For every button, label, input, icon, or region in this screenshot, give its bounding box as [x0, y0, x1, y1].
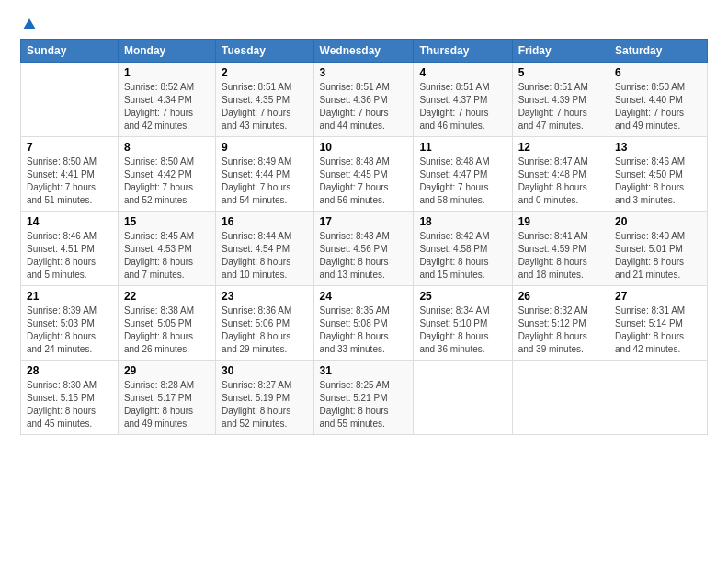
table-cell: 1Sunrise: 8:52 AMSunset: 4:34 PMDaylight…: [118, 63, 215, 137]
day-info: Sunrise: 8:25 AMSunset: 5:21 PMDaylight:…: [320, 379, 408, 431]
day-number: 29: [124, 364, 210, 377]
day-info: Sunrise: 8:42 AMSunset: 4:58 PMDaylight:…: [419, 230, 506, 282]
day-number: 13: [615, 141, 701, 154]
col-wednesday: Wednesday: [313, 40, 414, 63]
day-number: 23: [222, 290, 307, 303]
day-number: 16: [222, 215, 307, 228]
day-number: 9: [222, 141, 307, 154]
table-cell: 21Sunrise: 8:39 AMSunset: 5:03 PMDayligh…: [21, 286, 119, 361]
day-info: Sunrise: 8:40 AMSunset: 5:01 PMDaylight:…: [615, 230, 701, 282]
day-number: 21: [27, 290, 112, 303]
day-number: 1: [124, 66, 210, 79]
table-cell: 30Sunrise: 8:27 AMSunset: 5:19 PMDayligh…: [216, 361, 313, 435]
svg-marker-0: [23, 18, 36, 29]
table-cell: 19Sunrise: 8:41 AMSunset: 4:59 PMDayligh…: [512, 212, 609, 286]
day-info: Sunrise: 8:41 AMSunset: 4:59 PMDaylight:…: [518, 230, 603, 282]
table-cell: 23Sunrise: 8:36 AMSunset: 5:06 PMDayligh…: [216, 286, 313, 361]
table-cell: 25Sunrise: 8:34 AMSunset: 5:10 PMDayligh…: [414, 286, 512, 361]
day-number: 8: [124, 141, 210, 154]
table-cell: 26Sunrise: 8:32 AMSunset: 5:12 PMDayligh…: [512, 286, 609, 361]
day-info: Sunrise: 8:52 AMSunset: 4:34 PMDaylight:…: [124, 81, 210, 132]
day-number: 3: [320, 66, 408, 79]
calendar-week-row: 28Sunrise: 8:30 AMSunset: 5:15 PMDayligh…: [21, 361, 708, 435]
table-cell: 20Sunrise: 8:40 AMSunset: 5:01 PMDayligh…: [609, 212, 708, 286]
col-thursday: Thursday: [414, 40, 512, 63]
day-number: 18: [419, 215, 506, 228]
day-info: Sunrise: 8:50 AMSunset: 4:42 PMDaylight:…: [124, 155, 210, 207]
table-cell: 16Sunrise: 8:44 AMSunset: 4:54 PMDayligh…: [216, 212, 313, 286]
col-monday: Monday: [118, 40, 215, 63]
header: [20, 17, 708, 33]
day-number: 6: [615, 66, 701, 79]
day-number: 30: [222, 364, 307, 377]
day-number: 25: [419, 290, 506, 303]
col-friday: Friday: [512, 40, 609, 63]
table-cell: 12Sunrise: 8:47 AMSunset: 4:48 PMDayligh…: [512, 137, 609, 212]
day-info: Sunrise: 8:34 AMSunset: 5:10 PMDaylight:…: [419, 304, 506, 356]
day-info: Sunrise: 8:46 AMSunset: 4:50 PMDaylight:…: [615, 155, 701, 207]
day-number: 26: [518, 290, 603, 303]
table-cell: 28Sunrise: 8:30 AMSunset: 5:15 PMDayligh…: [21, 361, 119, 435]
logo: [20, 17, 39, 33]
col-saturday: Saturday: [609, 40, 708, 63]
day-info: Sunrise: 8:45 AMSunset: 4:53 PMDaylight:…: [124, 230, 210, 282]
day-info: Sunrise: 8:31 AMSunset: 5:14 PMDaylight:…: [615, 304, 701, 356]
day-info: Sunrise: 8:27 AMSunset: 5:19 PMDaylight:…: [222, 379, 307, 431]
day-info: Sunrise: 8:44 AMSunset: 4:54 PMDaylight:…: [222, 230, 307, 282]
col-tuesday: Tuesday: [216, 40, 313, 63]
table-cell: 29Sunrise: 8:28 AMSunset: 5:17 PMDayligh…: [118, 361, 215, 435]
table-cell: 6Sunrise: 8:50 AMSunset: 4:40 PMDaylight…: [609, 63, 708, 137]
table-cell: 14Sunrise: 8:46 AMSunset: 4:51 PMDayligh…: [21, 212, 119, 286]
day-number: 7: [27, 141, 112, 154]
day-info: Sunrise: 8:50 AMSunset: 4:41 PMDaylight:…: [27, 155, 112, 207]
table-cell: [21, 63, 119, 137]
day-info: Sunrise: 8:51 AMSunset: 4:35 PMDaylight:…: [222, 81, 307, 132]
table-cell: 2Sunrise: 8:51 AMSunset: 4:35 PMDaylight…: [216, 63, 313, 137]
day-info: Sunrise: 8:36 AMSunset: 5:06 PMDaylight:…: [222, 304, 307, 356]
day-number: 4: [419, 66, 506, 79]
table-cell: 5Sunrise: 8:51 AMSunset: 4:39 PMDaylight…: [512, 63, 609, 137]
table-cell: 27Sunrise: 8:31 AMSunset: 5:14 PMDayligh…: [609, 286, 708, 361]
calendar-header-row: Sunday Monday Tuesday Wednesday Thursday…: [21, 40, 708, 63]
table-cell: 22Sunrise: 8:38 AMSunset: 5:05 PMDayligh…: [118, 286, 215, 361]
day-info: Sunrise: 8:35 AMSunset: 5:08 PMDaylight:…: [320, 304, 408, 356]
day-number: 28: [27, 364, 112, 377]
day-info: Sunrise: 8:47 AMSunset: 4:48 PMDaylight:…: [518, 155, 603, 207]
table-cell: 10Sunrise: 8:48 AMSunset: 4:45 PMDayligh…: [313, 137, 414, 212]
day-number: 22: [124, 290, 210, 303]
calendar-week-row: 7Sunrise: 8:50 AMSunset: 4:41 PMDaylight…: [21, 137, 708, 212]
calendar-week-row: 21Sunrise: 8:39 AMSunset: 5:03 PMDayligh…: [21, 286, 708, 361]
table-cell: 3Sunrise: 8:51 AMSunset: 4:36 PMDaylight…: [313, 63, 414, 137]
table-cell: 9Sunrise: 8:49 AMSunset: 4:44 PMDaylight…: [216, 137, 313, 212]
day-number: 14: [27, 215, 112, 228]
day-info: Sunrise: 8:43 AMSunset: 4:56 PMDaylight:…: [320, 230, 408, 282]
table-cell: 15Sunrise: 8:45 AMSunset: 4:53 PMDayligh…: [118, 212, 215, 286]
table-cell: 18Sunrise: 8:42 AMSunset: 4:58 PMDayligh…: [414, 212, 512, 286]
day-info: Sunrise: 8:39 AMSunset: 5:03 PMDaylight:…: [27, 304, 112, 356]
day-number: 11: [419, 141, 506, 154]
day-info: Sunrise: 8:51 AMSunset: 4:39 PMDaylight:…: [518, 81, 603, 132]
day-number: 31: [320, 364, 408, 377]
table-cell: [414, 361, 512, 435]
table-cell: 7Sunrise: 8:50 AMSunset: 4:41 PMDaylight…: [21, 137, 119, 212]
day-number: 24: [320, 290, 408, 303]
day-number: 17: [320, 215, 408, 228]
table-cell: [512, 361, 609, 435]
day-info: Sunrise: 8:50 AMSunset: 4:40 PMDaylight:…: [615, 81, 701, 132]
calendar-week-row: 1Sunrise: 8:52 AMSunset: 4:34 PMDaylight…: [21, 63, 708, 137]
calendar-week-row: 14Sunrise: 8:46 AMSunset: 4:51 PMDayligh…: [21, 212, 708, 286]
day-info: Sunrise: 8:38 AMSunset: 5:05 PMDaylight:…: [124, 304, 210, 356]
table-cell: 8Sunrise: 8:50 AMSunset: 4:42 PMDaylight…: [118, 137, 215, 212]
table-cell: [609, 361, 708, 435]
day-info: Sunrise: 8:48 AMSunset: 4:47 PMDaylight:…: [419, 155, 506, 207]
table-cell: 17Sunrise: 8:43 AMSunset: 4:56 PMDayligh…: [313, 212, 414, 286]
day-number: 27: [615, 290, 701, 303]
table-cell: 24Sunrise: 8:35 AMSunset: 5:08 PMDayligh…: [313, 286, 414, 361]
col-sunday: Sunday: [21, 40, 119, 63]
day-number: 19: [518, 215, 603, 228]
day-info: Sunrise: 8:46 AMSunset: 4:51 PMDaylight:…: [27, 230, 112, 282]
day-info: Sunrise: 8:48 AMSunset: 4:45 PMDaylight:…: [320, 155, 408, 207]
logo-icon: [21, 17, 38, 33]
day-number: 20: [615, 215, 701, 228]
day-info: Sunrise: 8:51 AMSunset: 4:37 PMDaylight:…: [419, 81, 506, 132]
